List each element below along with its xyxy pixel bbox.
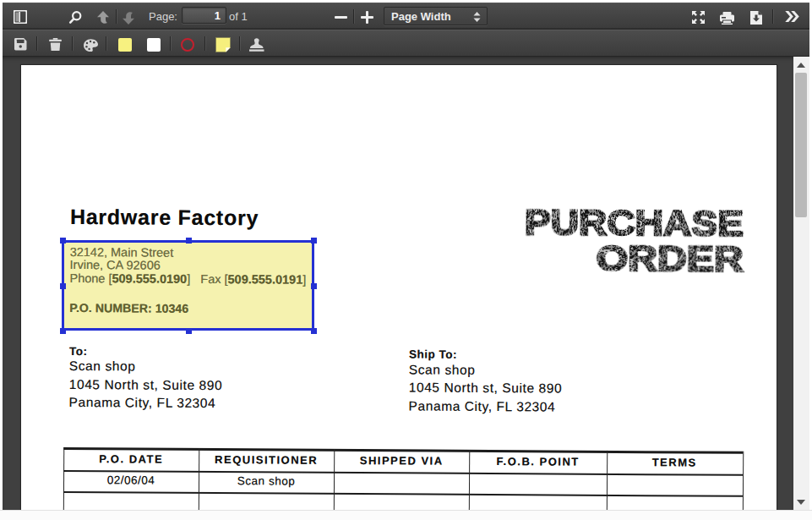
svg-text:ORDER: ORDER (597, 238, 744, 278)
